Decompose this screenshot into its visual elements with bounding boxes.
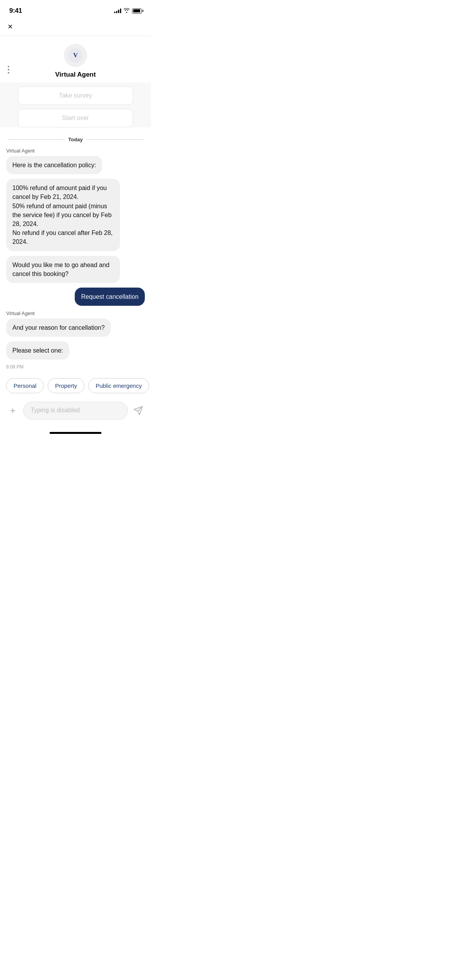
- wifi-icon: [124, 8, 130, 14]
- message-row-2: 100% refund of amount paid if you cancel…: [6, 179, 145, 254]
- add-button[interactable]: +: [6, 404, 19, 417]
- divider-line-right: [87, 139, 143, 140]
- home-indicator: [0, 429, 151, 435]
- agent-profile: V Virtual Agent: [0, 36, 151, 82]
- send-button[interactable]: [132, 404, 145, 417]
- status-bar: 9:41: [0, 0, 151, 19]
- message-bubble-2: 100% refund of amount paid if you cancel…: [6, 179, 120, 251]
- previous-messages: Take survey Start over: [0, 82, 151, 127]
- svg-text:V: V: [73, 52, 78, 58]
- home-indicator-bar: [50, 432, 101, 434]
- today-divider: Today: [0, 133, 151, 146]
- agent-label-2: Virtual Agent: [6, 310, 145, 316]
- divider-line-left: [8, 139, 64, 140]
- chat-area: Take survey Start over Today Virtual Age…: [0, 82, 151, 398]
- messages-list: Virtual Agent Here is the cancellation p…: [0, 148, 151, 370]
- chip-public-emergency[interactable]: Public emergency: [88, 378, 149, 393]
- message-row-3: Would you like me to go ahead and cancel…: [6, 256, 145, 286]
- status-icons: [114, 8, 142, 14]
- today-label: Today: [68, 137, 82, 142]
- message-timestamp: 8:08 PM: [6, 364, 145, 370]
- quick-replies: Personal Property Public emergency Other: [0, 373, 151, 398]
- close-button[interactable]: ×: [8, 22, 13, 31]
- text-input-placeholder: Typing is disabled: [31, 407, 80, 413]
- text-input-container: Typing is disabled: [23, 402, 128, 420]
- message-bubble-6: Please select one:: [6, 341, 69, 360]
- more-options-button[interactable]: [8, 66, 9, 74]
- chip-personal[interactable]: Personal: [6, 378, 44, 393]
- signal-bars-icon: [114, 9, 121, 13]
- message-row-6: Please select one:: [6, 341, 145, 363]
- message-row-5: And your reason for cancellation?: [6, 319, 145, 340]
- chip-property[interactable]: Property: [48, 378, 84, 393]
- input-bar: + Typing is disabled: [0, 398, 151, 429]
- message-bubble-5: And your reason for cancellation?: [6, 319, 111, 337]
- message-row-1: Here is the cancellation policy:: [6, 156, 145, 177]
- avatar: V: [64, 44, 87, 67]
- battery-icon: [132, 9, 142, 14]
- agent-name: Virtual Agent: [55, 71, 96, 79]
- message-bubble-1: Here is the cancellation policy:: [6, 156, 102, 174]
- agent-label-1: Virtual Agent: [6, 148, 145, 154]
- take-survey-button[interactable]: Take survey: [18, 86, 133, 105]
- message-bubble-4: Request cancellation: [75, 288, 145, 306]
- message-bubble-3: Would you like me to go ahead and cancel…: [6, 256, 120, 283]
- message-row-4: Request cancellation: [6, 288, 145, 309]
- header: ×: [0, 19, 151, 36]
- status-time: 9:41: [9, 7, 22, 15]
- start-over-button[interactable]: Start over: [18, 109, 133, 127]
